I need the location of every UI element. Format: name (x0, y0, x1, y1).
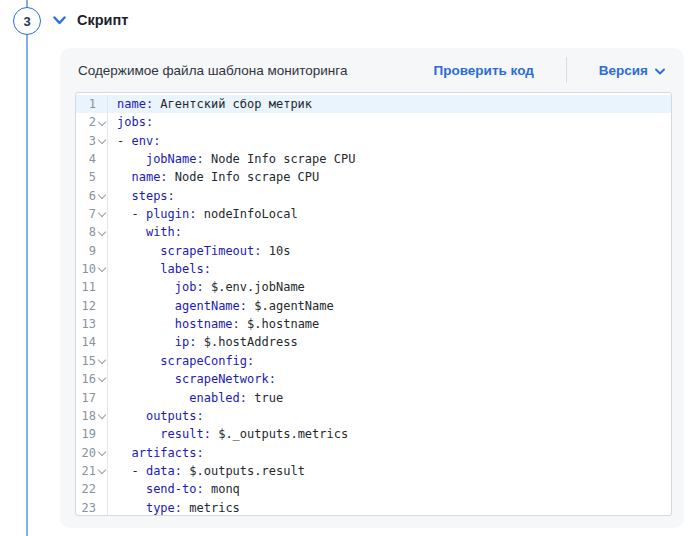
code-text: - plugin: nodeInfoLocal (108, 205, 298, 223)
code-text: steps: (108, 187, 175, 205)
code-line[interactable]: 1name: Агентский сбор метрик (76, 95, 671, 113)
yaml-text-token (117, 427, 160, 441)
yaml-text-token: monq (204, 482, 240, 496)
yaml-text-token: - (117, 464, 146, 478)
line-number: 21 (76, 462, 108, 480)
line-number: 7 (76, 205, 108, 223)
code-line[interactable]: 9 scrapeTimeout: 10s (76, 242, 671, 260)
fold-chevron-icon[interactable] (98, 209, 106, 217)
version-button[interactable]: Версия (599, 63, 665, 78)
line-number: 9 (76, 242, 108, 260)
line-number: 20 (76, 444, 108, 462)
fold-chevron-icon[interactable] (98, 227, 106, 235)
yaml-text-token (117, 409, 146, 423)
yaml-text-token (117, 280, 175, 294)
fold-chevron-icon[interactable] (98, 191, 106, 199)
line-number: 13 (76, 315, 108, 333)
yaml-key-token: type: (146, 501, 182, 515)
line-number: 17 (76, 389, 108, 407)
line-number: 16 (76, 370, 108, 388)
code-line[interactable]: 12 agentName: $.agentName (76, 297, 671, 315)
check-code-button[interactable]: Проверить код (434, 63, 534, 78)
yaml-text-token: nodeInfoLocal (196, 207, 297, 221)
yaml-key-token: hostname: (175, 317, 240, 331)
yaml-text-token: $._outputs.metrics (211, 427, 348, 441)
code-line[interactable]: 6 steps: (76, 187, 671, 205)
code-line[interactable]: 22 send-to: monq (76, 480, 671, 498)
code-text: job: $.env.jobName (108, 278, 305, 296)
yaml-text-token: Агентский сбор метрик (153, 97, 312, 111)
line-number: 6 (76, 187, 108, 205)
code-line[interactable]: 19 result: $._outputs.metrics (76, 425, 671, 443)
line-number: 3 (76, 132, 108, 150)
fold-chevron-icon[interactable] (98, 447, 106, 455)
code-line[interactable]: 4 jobName: Node Info scrape CPU (76, 150, 671, 168)
code-text: - data: $.outputs.result (108, 462, 305, 480)
yaml-text-token: 10s (262, 244, 291, 258)
line-number: 18 (76, 407, 108, 425)
collapse-chevron-icon[interactable] (53, 16, 66, 25)
check-code-label: Проверить код (434, 63, 534, 78)
code-line[interactable]: 15 scrapeConfig: (76, 352, 671, 370)
code-line[interactable]: 18 outputs: (76, 407, 671, 425)
yaml-text-token (117, 501, 146, 515)
code-line[interactable]: 14 ip: $.hostAddress (76, 333, 671, 351)
fold-chevron-icon[interactable] (98, 264, 106, 272)
code-text: jobs: (108, 113, 153, 131)
page-root: 3 Скрипт Содержимое файла шаблона монито… (0, 0, 698, 536)
fold-chevron-icon[interactable] (98, 117, 106, 125)
line-number: 4 (76, 150, 108, 168)
yaml-key-token: ip: (175, 335, 197, 349)
step-number: 3 (23, 14, 30, 29)
code-text: outputs: (108, 407, 204, 425)
code-editor[interactable]: 1name: Агентский сбор метрик2jobs:3- env… (75, 92, 672, 516)
code-line[interactable]: 7 - plugin: nodeInfoLocal (76, 205, 671, 223)
code-line[interactable]: 10 labels: (76, 260, 671, 278)
code-text: scrapeConfig: (108, 352, 254, 370)
yaml-text-token (117, 189, 131, 203)
yaml-text-token: Node Info scrape CPU (204, 152, 356, 166)
fold-chevron-icon[interactable] (98, 356, 106, 364)
yaml-text-token (117, 317, 175, 331)
yaml-text-token: true (247, 391, 283, 405)
code-line[interactable]: 16 scrapeNetwork: (76, 370, 671, 388)
yaml-key-token: name: (131, 170, 167, 184)
yaml-key-token: jobs: (117, 115, 153, 129)
yaml-text-token (117, 170, 131, 184)
code-line[interactable]: 23 type: metrics (76, 499, 671, 516)
fold-chevron-icon[interactable] (98, 136, 106, 144)
fold-chevron-icon[interactable] (98, 466, 106, 474)
code-line[interactable]: 3- env: (76, 132, 671, 150)
code-line[interactable]: 17 enabled: true (76, 389, 671, 407)
code-text: name: Node Info scrape CPU (108, 168, 319, 186)
line-number: 10 (76, 260, 108, 278)
yaml-key-token: scrapeConfig: (160, 354, 254, 368)
code-line[interactable]: 21 - data: $.outputs.result (76, 462, 671, 480)
code-line[interactable]: 2jobs: (76, 113, 671, 131)
yaml-text-token: Node Info scrape CPU (168, 170, 320, 184)
yaml-key-token: artifacts: (131, 446, 203, 460)
fold-chevron-icon[interactable] (98, 411, 106, 419)
code-text: name: Агентский сбор метрик (108, 95, 312, 113)
code-text: scrapeTimeout: 10s (108, 242, 290, 260)
yaml-text-token (117, 299, 175, 313)
code-line[interactable]: 11 job: $.env.jobName (76, 278, 671, 296)
code-line[interactable]: 8 with: (76, 223, 671, 241)
code-line[interactable]: 20 artifacts: (76, 444, 671, 462)
yaml-text-token (117, 446, 131, 460)
yaml-text-token (117, 372, 175, 386)
fold-chevron-icon[interactable] (98, 374, 106, 382)
yaml-text-token: $.env.jobName (204, 280, 305, 294)
script-panel: Содержимое файла шаблона мониторинга Про… (60, 48, 684, 528)
yaml-key-token: result: (160, 427, 211, 441)
code-text: artifacts: (108, 444, 204, 462)
code-line[interactable]: 5 name: Node Info scrape CPU (76, 168, 671, 186)
code-line[interactable]: 13 hostname: $.hostname (76, 315, 671, 333)
line-number: 2 (76, 113, 108, 131)
yaml-text-token (117, 391, 189, 405)
yaml-text-token (117, 244, 160, 258)
timeline-connector (26, 0, 28, 536)
yaml-key-token: jobName: (146, 152, 204, 166)
version-label: Версия (599, 63, 648, 78)
yaml-text-token (117, 225, 146, 239)
